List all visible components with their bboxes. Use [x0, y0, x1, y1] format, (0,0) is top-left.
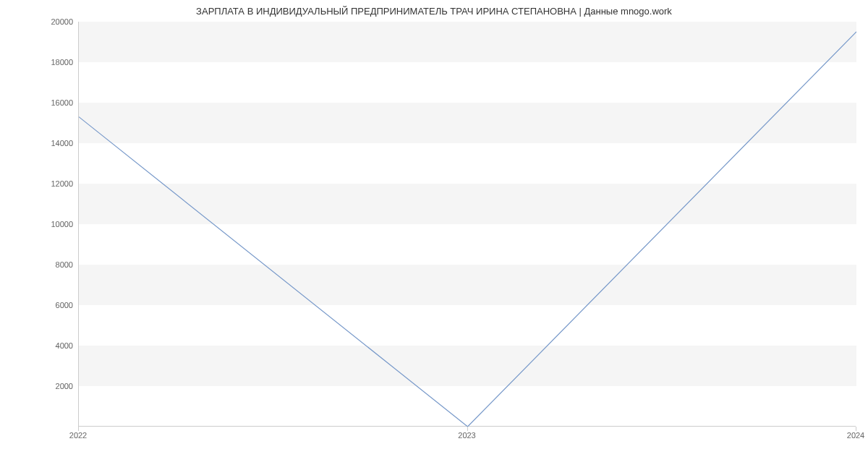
line-svg — [79, 22, 856, 427]
x-tick-label: 2024 — [847, 431, 864, 440]
plot-area — [78, 22, 856, 427]
chart-title: ЗАРПЛАТА В ИНДИВИДУАЛЬНЫЙ ПРЕДПРИНИМАТЕЛ… — [0, 0, 868, 17]
x-tick-label: 2022 — [69, 431, 87, 440]
chart-container: 2000400060008000100001200014000160001800… — [78, 22, 856, 441]
y-tick-label: 10000 — [30, 220, 73, 228]
y-tick-label: 20000 — [30, 17, 73, 26]
y-tick-label: 14000 — [30, 139, 73, 148]
x-tick-label: 2023 — [458, 431, 475, 440]
y-tick-label: 4000 — [30, 341, 73, 350]
y-tick-label: 12000 — [30, 179, 73, 188]
y-tick-label: 8000 — [30, 260, 73, 269]
y-tick-label: 18000 — [30, 58, 73, 67]
y-tick-label: 2000 — [30, 382, 73, 390]
y-tick-label: 6000 — [30, 301, 73, 309]
data-line — [79, 32, 856, 427]
y-tick-label: 16000 — [30, 98, 73, 107]
